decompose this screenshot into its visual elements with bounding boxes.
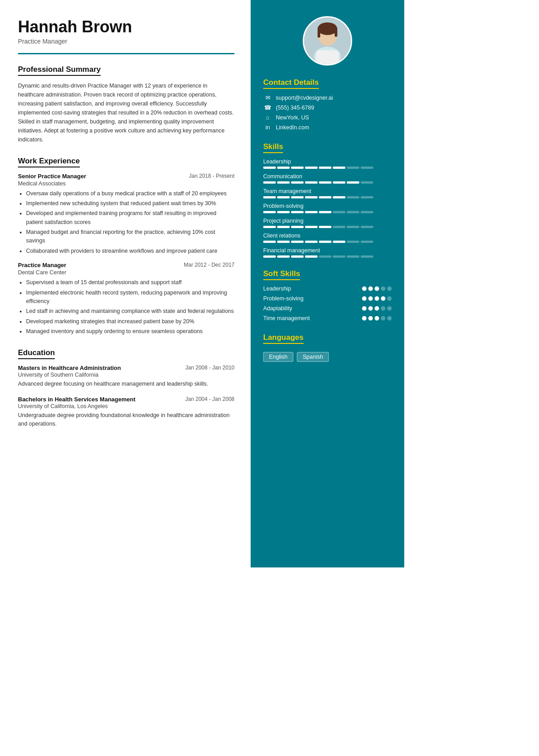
dot-row [362,306,392,311]
dot-filled [368,306,373,311]
skill-segment-empty [361,211,373,213]
experience-section: Work Experience Senior Practice ManagerJ… [18,157,234,336]
dot-filled [368,316,373,321]
location-icon: ⌂ [263,114,272,121]
edu-description: Undergraduate degree providing foundatio… [18,411,234,429]
soft-skill-label: Adaptability [263,305,304,312]
skill-bar [263,241,392,243]
soft-skill-row: Leadership [263,286,392,292]
skill-segment-filled [291,226,304,228]
job-company: Dental Care Center [18,269,234,276]
candidate-title: Practice Manager [18,38,234,45]
skill-segment-filled [305,255,318,258]
svg-rect-5 [335,29,337,37]
language-tags: EnglishSpanish [263,352,392,362]
languages-section: Languages EnglishSpanish [263,330,392,362]
skill-row: Project planning [263,218,392,228]
job-date: Jan 2018 - Present [189,173,234,179]
skill-bar [263,181,392,184]
skill-row: Problem-solving [263,203,392,213]
job-date: Mar 2012 - Dec 2017 [184,262,234,268]
skill-row: Communication [263,173,392,184]
skill-segment-filled [291,255,304,258]
skills-list: LeadershipCommunicationTeam managementPr… [263,158,392,258]
summary-text: Dynamic and results-driven Practice Mana… [18,81,234,144]
linkedin-icon: in [263,124,272,131]
edu-date: Jan 2004 - Jan 2008 [186,396,234,402]
right-column: Contact Details ✉ support@cvdesigner.ai … [251,0,404,567]
skill-bar [263,255,392,258]
candidate-name: Hannah Brown [18,18,234,36]
dot-row [362,316,392,321]
right-content: Contact Details ✉ support@cvdesigner.ai … [251,75,404,362]
soft-skill-label: Time management [263,315,310,321]
job-bullets: Oversaw daily operations of a busy medic… [18,189,234,256]
job-title: Practice Manager [18,262,66,268]
language-tag: English [263,352,293,362]
skill-row: Leadership [263,158,392,169]
skill-segment-filled [263,181,276,184]
edu-institution: University of California, Los Angeles [18,403,234,409]
dot-empty [387,296,392,301]
edu-description: Advanced degree focusing on healthcare m… [18,380,234,388]
dot-filled [362,306,367,311]
job-entry: Senior Practice ManagerJan 2018 - Presen… [18,173,234,256]
list-item: Developed and implemented training progr… [26,209,234,227]
skill-segment-empty [361,167,373,169]
avatar [303,16,352,66]
skill-segment-filled [277,226,290,228]
avatar-image [303,16,352,66]
dot-filled [375,286,379,291]
skill-label: Communication [263,173,392,180]
contact-email: ✉ support@cvdesigner.ai [263,94,392,101]
skill-segment-empty [333,211,345,213]
contact-phone: ☎ (555) 345-6789 [263,104,392,111]
skill-segment-filled [347,181,359,184]
skill-segment-filled [277,181,290,184]
summary-heading: Professional Summary [18,65,101,76]
edu-entry: Bachelors in Health Services ManagementJ… [18,396,234,429]
skill-segment-filled [305,196,318,198]
job-entry: Practice ManagerMar 2012 - Dec 2017Denta… [18,262,234,336]
dot-filled [362,286,367,291]
edu-date: Jan 2008 - Jan 2010 [186,365,234,371]
skill-segment-filled [277,167,290,169]
edu-degree: Masters in Healthcare Administration [18,365,121,371]
skill-segment-empty [347,241,359,243]
skill-segment-empty [333,255,345,258]
skill-segment-filled [305,181,318,184]
skill-segment-filled [333,181,345,184]
dot-filled [362,316,367,321]
skill-segment-empty [347,167,359,169]
dot-empty [387,316,392,321]
skill-segment-empty [347,211,359,213]
dot-filled [375,316,379,321]
skill-segment-empty [361,181,373,184]
dot-filled [375,296,379,301]
job-company: Medical Associates [18,180,234,187]
dot-filled [381,296,385,301]
skill-segment-empty [319,255,331,258]
dot-filled [368,286,373,291]
skill-label: Project planning [263,218,392,224]
left-column: Hannah Brown Practice Manager Profession… [0,0,251,567]
skill-segment-filled [319,167,331,169]
list-item: Managed budget and financial reporting f… [26,228,234,246]
soft-skill-row: Adaptability [263,305,392,312]
contact-location: ⌂ NewYork, US [263,114,392,121]
skills-section: Skills LeadershipCommunicationTeam manag… [263,139,392,258]
list-item: Oversaw daily operations of a busy medic… [26,189,234,198]
phone-icon: ☎ [263,104,272,111]
skill-segment-filled [263,255,276,258]
contact-heading: Contact Details [263,78,319,89]
list-item: Managed inventory and supply ordering to… [26,327,234,336]
experience-heading: Work Experience [18,157,80,167]
dot-row [362,296,392,301]
email-icon: ✉ [263,94,272,101]
svg-rect-4 [318,29,320,38]
skill-segment-filled [263,241,276,243]
skill-segment-filled [319,196,331,198]
skill-bar [263,226,392,228]
skill-segment-filled [263,211,276,213]
skill-segment-empty [361,255,373,258]
